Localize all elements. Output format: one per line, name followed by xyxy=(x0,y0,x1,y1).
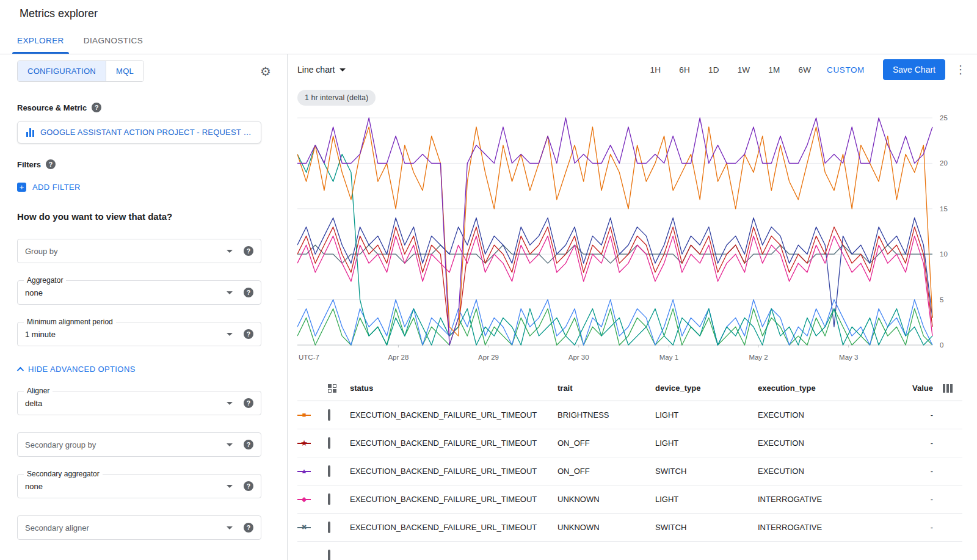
min-alignment-period-select[interactable]: Minimum alignment period 1 minute ? xyxy=(17,322,261,346)
cell-device-type: LIGHT xyxy=(655,438,758,448)
row-checkbox[interactable] xyxy=(328,465,330,477)
view-question-heading: How do you want to view that data? xyxy=(17,211,270,222)
secondary-aggregator-select[interactable]: Secondary aggregator none ? xyxy=(17,474,261,498)
range-1w-button[interactable]: 1W xyxy=(738,65,750,75)
page-header: Metrics explorer xyxy=(0,0,977,27)
column-header-execution-type: execution_type xyxy=(758,384,910,393)
column-header-value: Value xyxy=(910,384,933,393)
cell-execution-type: EXECUTION xyxy=(758,467,910,476)
legend-table-header: status trait device_type execution_type … xyxy=(297,376,962,401)
column-header-device-type: device_type xyxy=(655,384,758,393)
table-row: ■ EXECUTION_BACKEND_FAILURE_URL_TIMEOUT … xyxy=(297,401,962,429)
secondary-group-by-select[interactable]: Secondary group by ? xyxy=(17,432,261,457)
cell-trait: UNKNOWN xyxy=(558,523,655,532)
column-settings-icon[interactable] xyxy=(943,384,953,393)
toggle-all-series-icon[interactable] xyxy=(328,384,350,393)
chevron-down-icon xyxy=(340,68,346,71)
cell-execution-type: INTERROGATIVE xyxy=(758,523,910,532)
aggregator-value: none xyxy=(25,288,227,297)
cell-status: EXECUTION_BACKEND_FAILURE_URL_TIMEOUT xyxy=(350,410,558,420)
help-icon[interactable]: ? xyxy=(46,159,56,169)
group-by-value: Group by xyxy=(25,247,227,256)
secondary-aggregator-value: none xyxy=(25,482,227,491)
svg-text:UTC-7: UTC-7 xyxy=(299,354,319,361)
help-icon[interactable]: ? xyxy=(244,440,253,449)
time-range-group: 1H 6H 1D 1W 1M 6W xyxy=(650,65,811,75)
range-6w-button[interactable]: 6W xyxy=(798,65,811,75)
chevron-down-icon xyxy=(227,250,233,253)
row-checkbox[interactable] xyxy=(328,522,330,533)
svg-text:5: 5 xyxy=(940,296,943,304)
row-checkbox[interactable] xyxy=(328,550,330,560)
chart-type-dropdown[interactable]: Line chart xyxy=(297,65,346,75)
cell-device-type: LIGHT xyxy=(655,495,758,504)
mql-toggle-button[interactable]: MQL xyxy=(106,61,143,81)
range-6h-button[interactable]: 6H xyxy=(679,65,690,75)
svg-text:Apr 29: Apr 29 xyxy=(478,354,499,361)
svg-text:May 2: May 2 xyxy=(749,354,768,361)
legend-table: status trait device_type execution_type … xyxy=(297,376,962,560)
svg-text:Apr 28: Apr 28 xyxy=(388,354,409,361)
row-checkbox[interactable] xyxy=(328,493,330,505)
help-icon[interactable]: ? xyxy=(244,523,253,533)
secondary-aligner-select[interactable]: Secondary aligner ? xyxy=(17,515,261,540)
tab-bar: EXPLORER DIAGNOSTICS xyxy=(0,27,977,54)
help-icon[interactable]: ? xyxy=(244,329,253,339)
cell-status: EXECUTION_BACKEND_FAILURE_URL_TIMEOUT xyxy=(350,438,558,448)
add-filter-button[interactable]: + ADD FILTER xyxy=(17,183,270,192)
range-1d-button[interactable]: 1D xyxy=(708,65,719,75)
cell-execution-type: INTERROGATIVE xyxy=(758,495,910,504)
hide-advanced-options-button[interactable]: HIDE ADVANCED OPTIONS xyxy=(17,365,270,374)
aligner-select[interactable]: Aligner delta ? xyxy=(17,391,261,415)
column-header-status: status xyxy=(350,384,558,393)
svg-text:0: 0 xyxy=(940,341,943,349)
range-1m-button[interactable]: 1M xyxy=(768,65,780,75)
legend-rows: ■ EXECUTION_BACKEND_FAILURE_URL_TIMEOUT … xyxy=(297,401,962,560)
table-row: ✖ EXECUTION_BACKEND_FAILURE_URL_TIMEOUT … xyxy=(297,514,962,542)
cell-trait: UNKNOWN xyxy=(558,495,655,504)
min-alignment-period-value: 1 minute xyxy=(25,330,227,339)
help-icon[interactable]: ? xyxy=(244,398,253,408)
table-row: ▲ EXECUTION_BACKEND_FAILURE_URL_TIMEOUT … xyxy=(297,457,962,485)
range-1h-button[interactable]: 1H xyxy=(650,65,661,75)
help-icon[interactable]: ? xyxy=(244,246,253,256)
cell-trait: ON_OFF xyxy=(558,467,655,476)
svg-text:15: 15 xyxy=(940,205,948,213)
cell-trait: ON_OFF xyxy=(558,438,655,448)
svg-text:Apr 30: Apr 30 xyxy=(568,354,589,361)
series-marker-icon xyxy=(297,551,311,560)
chart-toolbar: Line chart 1H 6H 1D 1W 1M 6W CUSTOM Save… xyxy=(288,54,977,85)
cell-device-type: LIGHT xyxy=(655,410,758,420)
help-icon[interactable]: ? xyxy=(92,103,101,112)
aligner-value: delta xyxy=(25,399,227,408)
cell-value: - xyxy=(910,438,933,448)
tab-diagnostics[interactable]: DIAGNOSTICS xyxy=(74,27,153,54)
aggregator-select[interactable]: Aggregator none ? xyxy=(17,280,261,305)
bar-chart-icon xyxy=(26,128,34,137)
secondary-aggregator-label: Secondary aggregator xyxy=(24,470,103,478)
series-marker-icon: ✖ xyxy=(297,523,311,532)
group-by-select[interactable]: Group by ? xyxy=(17,239,261,263)
cell-execution-type: EXECUTION xyxy=(758,410,910,420)
save-chart-button[interactable]: Save Chart xyxy=(883,59,945,80)
chart-type-label: Line chart xyxy=(297,65,335,75)
secondary-aligner-value: Secondary aligner xyxy=(25,523,227,533)
cell-value: - xyxy=(910,495,933,504)
help-icon[interactable]: ? xyxy=(244,481,253,491)
resource-metric-label: Resource & Metric xyxy=(17,103,87,112)
configuration-toggle-button[interactable]: CONFIGURATION xyxy=(18,61,106,81)
table-row xyxy=(297,542,962,560)
configuration-panel: CONFIGURATION MQL ⚙ Resource & Metric ? … xyxy=(0,54,288,560)
kebab-menu-icon[interactable]: ⋮ xyxy=(955,63,966,76)
tab-explorer[interactable]: EXPLORER xyxy=(7,27,74,54)
row-checkbox[interactable] xyxy=(328,409,330,421)
cell-status: EXECUTION_BACKEND_FAILURE_URL_TIMEOUT xyxy=(350,495,558,504)
cell-value: - xyxy=(910,523,933,532)
help-icon[interactable]: ? xyxy=(244,288,253,297)
row-checkbox[interactable] xyxy=(328,437,330,449)
settings-gear-icon[interactable]: ⚙ xyxy=(260,65,271,78)
metric-selector-button[interactable]: GOOGLE ASSISTANT ACTION PROJECT - REQUES… xyxy=(17,121,261,144)
custom-range-button[interactable]: CUSTOM xyxy=(827,65,865,75)
chevron-down-icon xyxy=(227,485,233,488)
cell-status: EXECUTION_BACKEND_FAILURE_URL_TIMEOUT xyxy=(350,523,558,532)
